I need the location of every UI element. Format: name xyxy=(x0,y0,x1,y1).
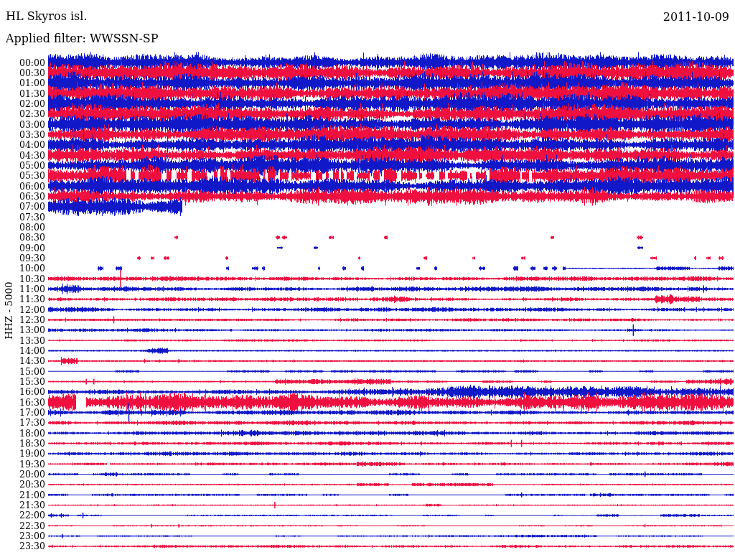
time-label: 20:30 xyxy=(0,480,45,489)
time-label: 02:30 xyxy=(0,109,45,118)
time-label: 04:00 xyxy=(0,140,45,149)
time-label: 23:00 xyxy=(0,531,45,541)
time-label: 05:00 xyxy=(0,161,45,170)
time-label: 10:00 xyxy=(0,263,45,273)
time-label: 16:00 xyxy=(0,387,45,396)
time-label: 09:00 xyxy=(0,243,45,253)
time-label: 02:00 xyxy=(0,99,45,108)
station-title: HL Skyros isl. xyxy=(6,9,87,23)
time-label: 12:00 xyxy=(0,305,45,314)
time-label: 16:30 xyxy=(0,398,45,407)
time-label: 09:30 xyxy=(0,253,45,263)
record-date: 2011-10-09 xyxy=(663,10,729,24)
time-label: 17:30 xyxy=(0,418,45,427)
time-label: 19:30 xyxy=(0,459,45,469)
time-label: 06:00 xyxy=(0,182,45,191)
time-label: 10:30 xyxy=(0,274,45,284)
time-label: 11:30 xyxy=(0,294,45,304)
time-label: 21:30 xyxy=(0,500,45,510)
time-label: 13:30 xyxy=(0,336,45,345)
time-label: 00:00 xyxy=(0,58,45,67)
time-label: 15:00 xyxy=(0,367,45,376)
time-label: 14:00 xyxy=(0,346,45,355)
time-label: 11:00 xyxy=(0,284,45,294)
time-label: 23:30 xyxy=(0,541,45,551)
time-label: 04:30 xyxy=(0,151,45,160)
time-label: 17:00 xyxy=(0,408,45,417)
time-label: 07:30 xyxy=(0,213,45,222)
time-label: 18:00 xyxy=(0,429,45,438)
time-label: 12:30 xyxy=(0,315,45,325)
time-label: 03:00 xyxy=(0,120,45,129)
time-label: 03:30 xyxy=(0,130,45,139)
time-label: 18:30 xyxy=(0,439,45,448)
time-label: 14:30 xyxy=(0,356,45,365)
time-label: 19:00 xyxy=(0,449,45,458)
time-label: 01:00 xyxy=(0,78,45,88)
time-label: 22:30 xyxy=(0,521,45,531)
time-label: 13:00 xyxy=(0,325,45,335)
time-label: 00:30 xyxy=(0,68,45,78)
helicorder-page: HL Skyros isl. 2011-10-09 Applied filter… xyxy=(0,0,735,560)
time-label: 06:30 xyxy=(0,192,45,201)
time-label: 01:30 xyxy=(0,89,45,98)
time-label: 22:00 xyxy=(0,510,45,520)
time-label: 21:00 xyxy=(0,490,45,500)
time-label: 15:30 xyxy=(0,377,45,386)
applied-filter-label: Applied filter: WWSSN-SP xyxy=(6,32,159,45)
time-label: 05:30 xyxy=(0,171,45,180)
time-label: 08:30 xyxy=(0,233,45,242)
time-label: 20:00 xyxy=(0,470,45,479)
helicorder-canvas xyxy=(0,0,735,560)
time-label: 07:00 xyxy=(0,202,45,211)
time-label: 08:00 xyxy=(0,223,45,232)
